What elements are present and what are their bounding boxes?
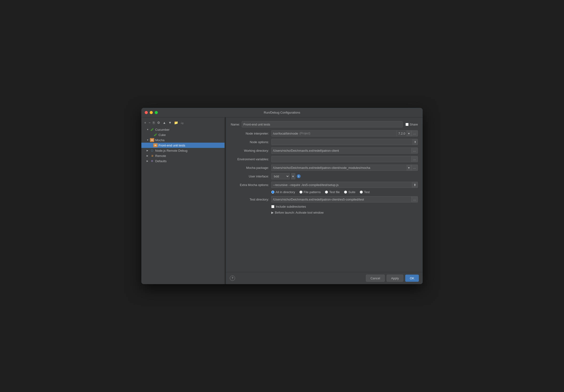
folder-button[interactable]: 📁	[173, 120, 179, 125]
extra-mocha-options-upload-button[interactable]: ⬆	[412, 182, 418, 188]
expand-arrow-defaults: ▶	[147, 160, 150, 162]
radio-file-patterns-input[interactable]	[299, 190, 302, 194]
close-button[interactable]	[145, 111, 148, 114]
extra-mocha-options-label: Extra Mocha options:	[231, 183, 271, 187]
node-version: 7.2.0	[397, 130, 407, 136]
bottom-bar: ? Cancel Apply OK	[226, 272, 423, 284]
radio-test-file-input[interactable]	[325, 190, 328, 194]
action-buttons: Cancel Apply OK	[366, 275, 419, 282]
radio-all-in-directory-input[interactable]	[271, 190, 274, 194]
node-interpreter-label: Node interpreter:	[231, 132, 271, 135]
radio-all-in-directory-label: All in directory	[276, 190, 295, 194]
working-directory-field: …	[271, 148, 418, 154]
tree-item-cucumber[interactable]: ▼ 🥒 Cucumber	[141, 127, 225, 132]
mocha-package-dropdown-button[interactable]: ▾	[407, 164, 411, 171]
remove-config-button[interactable]: −	[148, 120, 151, 125]
share-label: Share	[406, 123, 418, 126]
extra-mocha-options-field: ⬆	[271, 182, 418, 188]
move-up-button[interactable]: ▲	[162, 120, 167, 125]
move-down-button[interactable]: ▼	[167, 120, 173, 125]
tree-item-frontend-unit-tests[interactable]: m Front-end unit tests	[141, 143, 225, 148]
tree-label-cuke: Cuke	[158, 133, 166, 137]
environment-variables-browse-button[interactable]: …	[411, 156, 418, 162]
mocha-package-row: Mocha package: ▾ …	[231, 164, 418, 171]
environment-variables-label: Environment variables:	[231, 157, 271, 161]
radio-suite[interactable]: Suite	[344, 190, 355, 194]
working-directory-input[interactable]	[271, 148, 411, 154]
tree-item-defaults[interactable]: ▶ ⚙ Defaults	[141, 158, 225, 164]
test-directory-browse-button[interactable]: …	[411, 196, 418, 203]
environment-variables-row: Environment variables: …	[231, 156, 418, 162]
tree-item-remote[interactable]: ▶ 🖥 Remote	[141, 153, 225, 158]
working-directory-row: Working directory: …	[231, 148, 418, 154]
nodejs-icon: ⬡	[150, 149, 154, 152]
name-input[interactable]	[242, 121, 403, 127]
name-row: Name: Share	[231, 121, 418, 127]
main-window: Run/Debug Configurations + − ⎘ ⚙ ▲ ▼ 📁 ↓…	[141, 108, 423, 284]
radio-suite-label: Suite	[348, 190, 355, 194]
tree-label-cucumber: Cucumber	[155, 128, 169, 132]
mocha-package-input[interactable]	[271, 164, 407, 171]
radio-all-in-directory[interactable]: All in directory	[271, 190, 295, 194]
radio-test-file[interactable]: Test file	[325, 190, 340, 194]
minimize-button[interactable]	[150, 111, 153, 114]
expand-arrow-remote: ▶	[147, 155, 150, 157]
interpreter-dropdown-button[interactable]: ▾	[407, 130, 411, 136]
settings-button[interactable]: ⚙	[156, 120, 161, 125]
node-options-upload-button[interactable]: ⬆	[412, 139, 418, 145]
sidebar-toolbar: + − ⎘ ⚙ ▲ ▼ 📁 ↓₂	[141, 119, 225, 126]
radio-file-patterns[interactable]: File patterns	[299, 190, 321, 194]
titlebar: Run/Debug Configurations	[141, 108, 423, 117]
frontend-icon: m	[153, 143, 157, 147]
interpreter-ellipsis-button[interactable]: …	[411, 130, 418, 136]
ok-button[interactable]: OK	[405, 275, 419, 282]
include-subdirectories-checkbox[interactable]	[271, 205, 274, 208]
radio-test[interactable]: Test	[360, 190, 370, 194]
extra-mocha-options-row: Extra Mocha options: ⬆	[231, 182, 418, 188]
tree-label-nodejs: Node.js Remote Debug	[155, 149, 187, 152]
interpreter-path: /usr/local/bin/node (Project)	[271, 130, 397, 136]
user-interface-row: User interface: bdd tdd exports ▾ i	[231, 173, 418, 179]
tree-label-frontend: Front-end unit tests	[158, 144, 185, 147]
apply-button[interactable]: Apply	[387, 275, 404, 282]
node-options-input[interactable]	[271, 139, 412, 145]
test-directory-field: …	[271, 196, 418, 203]
share-checkbox[interactable]	[406, 123, 409, 126]
copy-config-button[interactable]: ⎘	[152, 120, 156, 125]
node-options-row: Node options: ⬆	[231, 139, 418, 145]
user-interface-select[interactable]: bdd tdd exports	[271, 173, 290, 179]
test-directory-input[interactable]	[271, 196, 411, 203]
tree-label-remote: Remote	[155, 154, 166, 158]
tree-item-mocha[interactable]: ▼ m Mocha	[141, 137, 225, 143]
maximize-button[interactable]	[155, 111, 158, 114]
info-icon[interactable]: i	[297, 174, 301, 178]
radio-test-input[interactable]	[360, 190, 363, 194]
test-directory-label: Test directory:	[231, 198, 271, 201]
window-title: Run/Debug Configurations	[264, 111, 300, 114]
project-tag: (Project)	[300, 132, 310, 135]
sort-button[interactable]: ↓₂	[180, 120, 184, 125]
form-area: Name: Share Node interpreter: /usr/local…	[226, 117, 423, 272]
remote-icon: 🖥	[150, 154, 154, 158]
radio-suite-input[interactable]	[344, 190, 347, 194]
tree-item-cuke[interactable]: 🥒 Cuke	[141, 132, 225, 137]
cancel-button[interactable]: Cancel	[366, 275, 384, 282]
add-config-button[interactable]: +	[143, 120, 147, 125]
node-interpreter-row: Node interpreter: /usr/local/bin/node (P…	[231, 130, 418, 136]
expand-arrow-mocha: ▼	[147, 139, 150, 141]
mocha-package-field: ▾ …	[271, 164, 418, 171]
radio-file-patterns-label: File patterns	[304, 190, 321, 194]
include-subdirectories-row: Include subdirectories	[271, 205, 418, 208]
ui-dropdown-button[interactable]: ▾	[291, 173, 295, 179]
before-launch-header[interactable]: ▶ Before launch: Activate tool window	[271, 211, 418, 214]
help-button[interactable]: ?	[230, 276, 235, 281]
extra-mocha-options-input[interactable]	[271, 182, 412, 188]
mocha-package-browse-button[interactable]: …	[411, 164, 418, 171]
tree-label-mocha: Mocha	[155, 138, 165, 142]
include-subdirectories-label: Include subdirectories	[276, 205, 306, 208]
environment-variables-input[interactable]	[271, 156, 411, 162]
before-launch-label: Before launch: Activate tool window	[275, 211, 324, 214]
tree-item-nodejs-remote[interactable]: ▶ ⬡ Node.js Remote Debug	[141, 148, 225, 153]
node-options-field: ⬆	[271, 139, 418, 145]
working-directory-browse-button[interactable]: …	[411, 148, 418, 154]
